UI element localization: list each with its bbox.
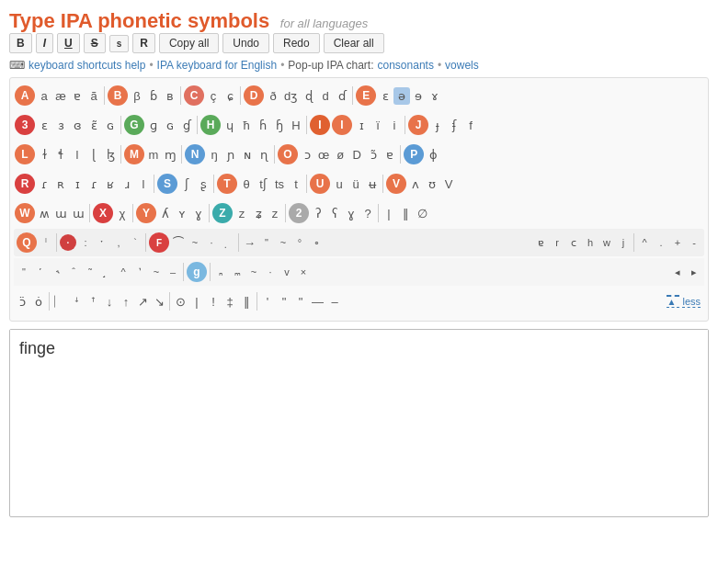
letter-phi-btn[interactable]: ɸ — [425, 146, 441, 164]
tone-t3-btn[interactable]: ↓ — [101, 293, 118, 311]
diac-dot-btn[interactable]: · — [262, 265, 279, 279]
letter-l-palatal-btn[interactable]: ʎ — [157, 205, 174, 222]
letter-g-hook-btn[interactable]: ɠ — [178, 117, 195, 134]
letter-L-btn[interactable]: L — [15, 144, 35, 164]
copy-button[interactable]: Copy all — [159, 33, 219, 53]
comma-btn[interactable]: , — [110, 235, 127, 250]
double-pipe-btn[interactable]: ‖ — [397, 205, 414, 222]
degree-btn[interactable]: ° — [291, 235, 308, 250]
letter-oe2-btn[interactable]: ɐ — [382, 146, 398, 164]
diac-small-btn1[interactable]: ₙ — [212, 265, 229, 280]
letter-I-btn[interactable]: I — [310, 115, 330, 135]
pipe-btn[interactable]: | — [381, 205, 397, 222]
letter-B-btn[interactable]: B — [108, 85, 128, 106]
superscript-i-btn[interactable]: ˡ — [38, 235, 54, 251]
italic-button[interactable]: I — [36, 33, 53, 53]
letter-closed-3-btn[interactable]: ɞ — [69, 117, 85, 134]
bold-button[interactable]: B — [9, 33, 32, 53]
diac-tilde-btn[interactable]: ~ — [245, 265, 262, 279]
letter-l2-btn[interactable]: l — [135, 175, 152, 193]
diac-small-btn2[interactable]: ₘ — [229, 265, 245, 280]
letter-D-btn2[interactable]: D — [348, 146, 365, 164]
letter-N-btn[interactable]: N — [185, 144, 205, 164]
phonetic-textarea[interactable]: finge — [10, 330, 708, 514]
letter-a-tilde-btn[interactable]: ã — [85, 87, 102, 105]
tiebar-btn[interactable]: ͡ — [170, 234, 187, 252]
letter-P-btn[interactable]: P — [404, 144, 424, 164]
diac-9-btn[interactable]: ~ — [148, 265, 165, 279]
tone-t5-btn[interactable]: ↗ — [134, 293, 151, 311]
caret-btn[interactable]: ^ — [636, 235, 653, 250]
letter-u-diaeresis-btn[interactable]: ü — [348, 175, 364, 193]
diac-10-btn[interactable]: – — [165, 265, 181, 279]
double-pipe2-btn[interactable]: ‖ — [238, 293, 255, 311]
double-quote-btn[interactable]: " — [258, 235, 275, 250]
letter-r-turned-btn[interactable]: ɹ — [119, 175, 135, 193]
letter-z-curl-btn[interactable]: ʑ — [250, 205, 267, 222]
num-2-btn[interactable]: 2 — [289, 203, 309, 223]
letter-epsilon-btn[interactable]: ɛ — [377, 87, 393, 105]
en-dash-btn[interactable]: – — [326, 293, 343, 311]
diac-8-btn[interactable]: ˺ — [131, 265, 148, 280]
letter-rams-horns-btn[interactable]: ɤ — [427, 87, 443, 105]
letter-H-btn[interactable]: H — [200, 115, 221, 135]
letter-h-heng-btn[interactable]: ɧ — [271, 117, 288, 134]
half-colon-btn[interactable]: ˑ — [94, 235, 110, 251]
letter-h-small-btn[interactable]: h — [582, 235, 598, 250]
letter-eps-tilde-btn[interactable]: ɛ̃ — [85, 117, 102, 134]
letter-esh-btn[interactable]: ʃ — [178, 175, 195, 193]
letter-G-small-cap-btn[interactable]: ɢ — [162, 117, 178, 134]
letter-dz-btn[interactable]: dʒ — [281, 87, 301, 105]
letter-gamma-btn[interactable]: ɣ — [343, 205, 359, 222]
letter-D-btn[interactable]: D — [244, 85, 264, 106]
letter-l-retroflex-btn[interactable]: ɭ — [85, 146, 102, 164]
letter-V-btn[interactable]: V — [386, 174, 406, 194]
tone-pipe-btn[interactable]: ⎸ — [51, 292, 68, 311]
letter-d-btn[interactable]: d — [317, 87, 334, 105]
letter-r-trill-btn[interactable]: ʀ — [52, 175, 69, 193]
letter-J-btn[interactable]: J — [408, 115, 428, 135]
diac-3-btn[interactable]: ˞ — [49, 265, 65, 280]
letter-d-implosive-btn[interactable]: ɗ — [334, 87, 350, 105]
letter-z-btn[interactable]: z — [234, 205, 250, 222]
letter-t-esh-btn[interactable]: tʃ — [255, 175, 271, 193]
letter-i-diaeresis-btn[interactable]: ï — [370, 117, 386, 134]
letter-u-btn[interactable]: u — [331, 175, 348, 193]
redo-button[interactable]: Redo — [273, 33, 320, 53]
minus-btn[interactable]: - — [686, 235, 702, 250]
letter-beta-btn[interactable]: β — [129, 87, 145, 105]
letter-M-btn[interactable]: M — [124, 144, 144, 164]
letter-o-tilde-btn[interactable]: ɔ̃ — [365, 146, 382, 164]
ipa-english-link[interactable]: IPA keyboard for English — [157, 59, 278, 72]
circle-timer-btn[interactable]: ⊙ — [172, 293, 188, 311]
vowels-link[interactable]: vowels — [445, 59, 479, 72]
letter-question-btn[interactable]: ? — [359, 205, 376, 222]
letter-t2-btn[interactable]: t — [288, 175, 304, 193]
letter-G-btn[interactable]: G — [124, 115, 144, 135]
letter-a-btn[interactable]: a — [36, 87, 52, 105]
letter-N-small-cap-btn[interactable]: ɴ — [239, 146, 256, 164]
dot-below-btn[interactable]: ̣ — [220, 235, 236, 251]
letter-F-circle-btn[interactable]: F — [149, 232, 169, 253]
letter-g-script-btn[interactable]: ɡ — [145, 117, 162, 134]
letter-e-mid-btn[interactable]: ɘ — [410, 87, 427, 105]
letter-small-cap-r-btn[interactable]: ɪ — [69, 175, 85, 193]
arr-l-btn[interactable]: ◂ — [669, 265, 686, 280]
letter-g-selected-btn[interactable]: g — [187, 262, 207, 282]
letter-theta-btn[interactable]: θ — [238, 175, 255, 193]
letter-m-turned-btn[interactable]: ɯ — [52, 205, 70, 222]
arr-r-btn[interactable]: ▸ — [686, 265, 702, 280]
letter-r-flap-btn[interactable]: ɾ — [36, 175, 52, 193]
dot-above-btn[interactable]: · — [203, 235, 220, 250]
letter-d-retroflex-btn[interactable]: ɖ — [301, 87, 317, 105]
letter-chi-btn[interactable]: χ — [114, 205, 131, 222]
letter-r-voiced-btn[interactable]: ʁ — [102, 175, 119, 193]
letter-glottal-stop-btn[interactable]: ʔ — [310, 205, 326, 222]
letter-I2-btn[interactable]: I — [332, 115, 352, 135]
keyboard-shortcuts-link[interactable]: keyboard shortcuts help — [28, 59, 145, 72]
symbols-row-btn[interactable]: ∘ — [308, 235, 325, 251]
letter-turned-a-btn[interactable]: ɐ — [69, 87, 85, 105]
letter-w-small-btn[interactable]: w — [598, 235, 615, 250]
letter-h-bar-btn[interactable]: ħ — [238, 117, 255, 134]
letter-f-btn[interactable]: f — [462, 117, 479, 134]
